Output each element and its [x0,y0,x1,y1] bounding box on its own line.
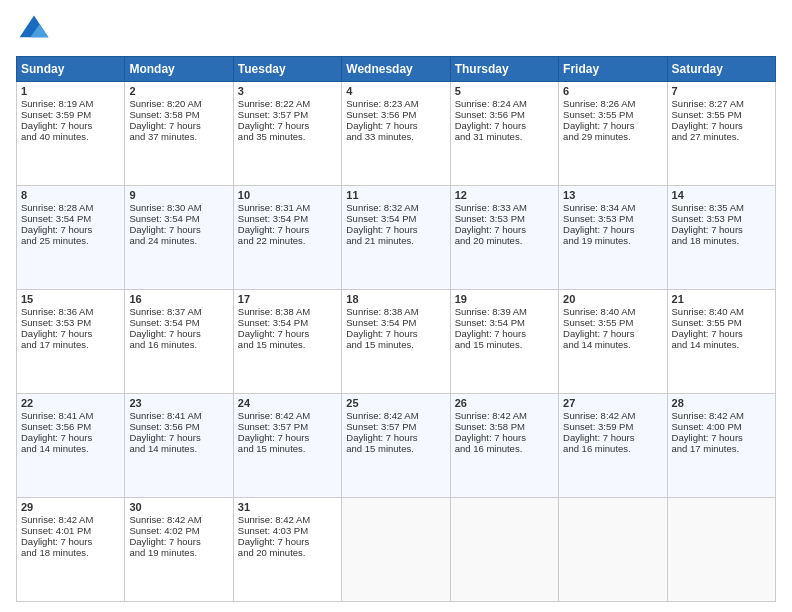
day-number: 14 [672,189,771,201]
day-info: and 15 minutes. [455,339,554,350]
day-info: Daylight: 7 hours [563,432,662,443]
day-info: Sunset: 3:58 PM [129,109,228,120]
calendar-week-row: 15Sunrise: 8:36 AMSunset: 3:53 PMDayligh… [17,290,776,394]
day-info: Sunset: 3:54 PM [238,317,337,328]
day-info: Daylight: 7 hours [455,224,554,235]
page: Sunday Monday Tuesday Wednesday Thursday… [0,0,792,612]
day-number: 26 [455,397,554,409]
table-row: 24Sunrise: 8:42 AMSunset: 3:57 PMDayligh… [233,394,341,498]
day-info: Daylight: 7 hours [129,120,228,131]
day-info: Sunset: 3:56 PM [129,421,228,432]
table-row: 22Sunrise: 8:41 AMSunset: 3:56 PMDayligh… [17,394,125,498]
day-info: Sunrise: 8:26 AM [563,98,662,109]
day-info: Sunrise: 8:42 AM [455,410,554,421]
day-info: Sunrise: 8:42 AM [238,410,337,421]
day-number: 12 [455,189,554,201]
day-number: 18 [346,293,445,305]
table-row: 14Sunrise: 8:35 AMSunset: 3:53 PMDayligh… [667,186,775,290]
day-number: 19 [455,293,554,305]
day-info: Daylight: 7 hours [346,224,445,235]
day-number: 9 [129,189,228,201]
day-info: Daylight: 7 hours [672,224,771,235]
day-info: and 14 minutes. [563,339,662,350]
day-info: Sunset: 3:54 PM [346,213,445,224]
day-info: Daylight: 7 hours [563,328,662,339]
day-info: and 17 minutes. [21,339,120,350]
day-info: Sunrise: 8:22 AM [238,98,337,109]
day-info: Sunrise: 8:33 AM [455,202,554,213]
day-info: Sunset: 3:57 PM [238,421,337,432]
day-info: Daylight: 7 hours [238,432,337,443]
day-number: 30 [129,501,228,513]
day-number: 4 [346,85,445,97]
day-info: and 18 minutes. [672,235,771,246]
day-info: Sunrise: 8:32 AM [346,202,445,213]
calendar-week-row: 29Sunrise: 8:42 AMSunset: 4:01 PMDayligh… [17,498,776,602]
day-info: Daylight: 7 hours [563,120,662,131]
day-info: and 15 minutes. [346,443,445,454]
day-info: Sunset: 3:58 PM [455,421,554,432]
day-info: Sunset: 3:59 PM [563,421,662,432]
day-info: Sunrise: 8:31 AM [238,202,337,213]
day-info: Daylight: 7 hours [21,536,120,547]
day-number: 2 [129,85,228,97]
calendar-header-row: Sunday Monday Tuesday Wednesday Thursday… [17,57,776,82]
day-info: Sunset: 3:56 PM [21,421,120,432]
day-info: Sunrise: 8:20 AM [129,98,228,109]
table-row: 21Sunrise: 8:40 AMSunset: 3:55 PMDayligh… [667,290,775,394]
table-row: 16Sunrise: 8:37 AMSunset: 3:54 PMDayligh… [125,290,233,394]
table-row: 20Sunrise: 8:40 AMSunset: 3:55 PMDayligh… [559,290,667,394]
day-number: 6 [563,85,662,97]
day-info: and 37 minutes. [129,131,228,142]
day-info: Sunset: 3:53 PM [563,213,662,224]
table-row: 5Sunrise: 8:24 AMSunset: 3:56 PMDaylight… [450,82,558,186]
day-info: and 16 minutes. [455,443,554,454]
day-info: Sunset: 3:54 PM [21,213,120,224]
day-number: 22 [21,397,120,409]
day-info: and 29 minutes. [563,131,662,142]
day-info: Daylight: 7 hours [21,328,120,339]
day-number: 20 [563,293,662,305]
calendar-week-row: 1Sunrise: 8:19 AMSunset: 3:59 PMDaylight… [17,82,776,186]
day-info: Sunset: 3:53 PM [21,317,120,328]
day-info: Sunset: 3:55 PM [672,109,771,120]
day-info: Sunrise: 8:42 AM [21,514,120,525]
table-row: 27Sunrise: 8:42 AMSunset: 3:59 PMDayligh… [559,394,667,498]
day-number: 17 [238,293,337,305]
table-row: 26Sunrise: 8:42 AMSunset: 3:58 PMDayligh… [450,394,558,498]
day-number: 11 [346,189,445,201]
day-info: Daylight: 7 hours [21,432,120,443]
day-info: Sunset: 3:53 PM [455,213,554,224]
day-info: Daylight: 7 hours [238,224,337,235]
table-row [559,498,667,602]
day-info: Sunrise: 8:41 AM [129,410,228,421]
day-info: Sunset: 4:01 PM [21,525,120,536]
day-info: Daylight: 7 hours [672,328,771,339]
table-row: 31Sunrise: 8:42 AMSunset: 4:03 PMDayligh… [233,498,341,602]
day-info: and 27 minutes. [672,131,771,142]
calendar-table: Sunday Monday Tuesday Wednesday Thursday… [16,56,776,602]
table-row: 7Sunrise: 8:27 AMSunset: 3:55 PMDaylight… [667,82,775,186]
day-info: Daylight: 7 hours [672,120,771,131]
table-row: 19Sunrise: 8:39 AMSunset: 3:54 PMDayligh… [450,290,558,394]
day-info: Daylight: 7 hours [238,120,337,131]
col-friday: Friday [559,57,667,82]
day-info: Daylight: 7 hours [346,328,445,339]
day-number: 8 [21,189,120,201]
table-row: 23Sunrise: 8:41 AMSunset: 3:56 PMDayligh… [125,394,233,498]
col-thursday: Thursday [450,57,558,82]
day-info: and 14 minutes. [672,339,771,350]
day-info: Sunrise: 8:19 AM [21,98,120,109]
day-number: 21 [672,293,771,305]
day-info: Sunrise: 8:27 AM [672,98,771,109]
table-row [342,498,450,602]
day-info: Sunset: 3:54 PM [129,213,228,224]
day-number: 16 [129,293,228,305]
table-row: 18Sunrise: 8:38 AMSunset: 3:54 PMDayligh… [342,290,450,394]
day-info: and 15 minutes. [238,443,337,454]
table-row: 30Sunrise: 8:42 AMSunset: 4:02 PMDayligh… [125,498,233,602]
day-info: Sunset: 3:56 PM [346,109,445,120]
day-number: 31 [238,501,337,513]
day-info: Sunset: 3:57 PM [346,421,445,432]
day-info: Sunrise: 8:42 AM [346,410,445,421]
